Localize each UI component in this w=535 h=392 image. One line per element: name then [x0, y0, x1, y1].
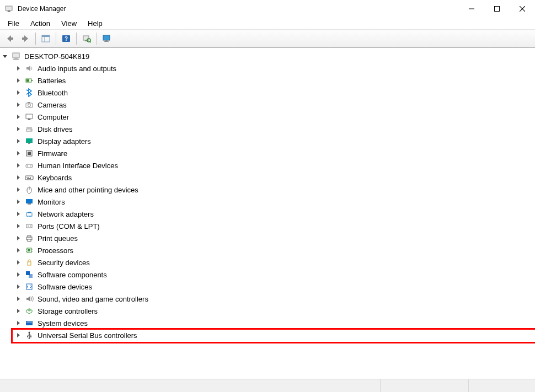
svg-rect-12 [83, 36, 89, 40]
tree-category-label: Mice and other pointing devices [36, 185, 140, 195]
expand-toggle[interactable] [14, 77, 22, 84]
expand-toggle[interactable] [14, 295, 22, 303]
tree-root-label: DESKTOP-504K819 [23, 52, 90, 61]
sw-dev-icon [24, 282, 34, 292]
tree-category[interactable]: Network adapters [14, 208, 535, 220]
bluetooth-icon [24, 88, 34, 98]
expand-toggle[interactable] [14, 319, 22, 327]
tree-category[interactable]: Monitors [14, 196, 535, 208]
system-icon [24, 318, 34, 328]
nav-back-button[interactable] [3, 32, 17, 45]
tree-root-node[interactable]: DESKTOP-504K819 [1, 50, 535, 62]
nav-forward-button[interactable] [19, 32, 32, 45]
tree-category[interactable]: Batteries [14, 74, 535, 87]
tree-category-label: Network adapters [36, 210, 95, 219]
svg-line-15 [90, 41, 91, 42]
maximize-button[interactable] [484, 0, 510, 18]
expand-toggle[interactable] [14, 162, 22, 169]
expand-toggle[interactable] [14, 125, 22, 133]
tree-category[interactable]: Human Interface Devices [14, 159, 535, 171]
tree-category-label: Audio inputs and outputs [36, 64, 117, 73]
printer-icon [24, 233, 34, 243]
tree-category[interactable]: Sound, video and game controllers [14, 293, 535, 305]
expand-toggle[interactable] [14, 234, 22, 242]
tree-category[interactable]: Security devices [14, 256, 535, 269]
expand-toggle[interactable] [14, 149, 22, 157]
tree-category[interactable]: Software devices [14, 281, 535, 293]
device-tree[interactable]: DESKTOP-504K819 Audio inputs and outputs… [0, 47, 535, 379]
expand-toggle[interactable] [1, 52, 9, 60]
expand-toggle[interactable] [14, 65, 22, 72]
tree-category[interactable]: Firmware [14, 147, 535, 159]
svg-rect-16 [103, 35, 110, 40]
expand-toggle[interactable] [14, 113, 22, 121]
menu-file[interactable]: File [2, 18, 25, 29]
close-button[interactable] [510, 0, 535, 18]
expand-toggle[interactable] [14, 137, 22, 145]
tree-category[interactable]: Processors [14, 244, 535, 256]
tree-category[interactable]: Audio inputs and outputs [14, 62, 535, 74]
menu-action[interactable]: Action [25, 18, 56, 29]
tree-category-label: Batteries [36, 76, 67, 85]
expand-toggle[interactable] [14, 246, 22, 254]
tree-category-label: Processors [36, 246, 74, 255]
tree-category[interactable]: Software components [14, 269, 535, 281]
status-bar [0, 379, 535, 392]
expand-toggle[interactable] [14, 307, 22, 315]
sound-icon [24, 294, 34, 304]
expand-toggle[interactable] [14, 174, 22, 181]
tree-category[interactable]: Bluetooth [14, 87, 535, 99]
tree-category[interactable]: Storage controllers [14, 305, 535, 317]
tree-category[interactable]: Computer [14, 111, 535, 123]
tree-category-label: Software devices [36, 282, 93, 292]
tree-category-label: Display adapters [36, 137, 92, 146]
svg-rect-1 [8, 10, 10, 12]
expand-toggle[interactable] [14, 186, 22, 194]
svg-rect-18 [104, 41, 109, 42]
tree-category-label: Ports (COM & LPT) [36, 222, 101, 231]
tree-category-label: Sound, video and game controllers [36, 294, 149, 304]
svg-rect-2 [7, 12, 11, 12]
svg-rect-17 [105, 40, 108, 41]
expand-toggle[interactable] [14, 331, 22, 339]
audio-icon [24, 63, 34, 73]
menu-view[interactable]: View [56, 18, 82, 29]
disk-icon [24, 124, 34, 134]
tree-category[interactable]: Universal Serial Bus controllers [14, 329, 535, 341]
tree-category[interactable]: Print queues [14, 232, 535, 244]
tree-category[interactable]: System devices [14, 317, 535, 329]
hid-icon [24, 160, 34, 170]
svg-rect-19 [13, 53, 19, 58]
monitor-button[interactable] [100, 32, 114, 45]
menu-help[interactable]: Help [82, 18, 108, 29]
svg-text:?: ? [65, 36, 68, 42]
svg-rect-4 [495, 7, 500, 12]
expand-toggle[interactable] [14, 101, 22, 109]
expand-toggle[interactable] [14, 198, 22, 206]
port-icon [24, 221, 34, 231]
tree-category[interactable]: Cameras [14, 99, 535, 111]
camera-icon [24, 100, 34, 110]
expand-toggle[interactable] [14, 210, 22, 218]
expand-toggle[interactable] [14, 283, 22, 291]
firmware-icon [24, 148, 34, 158]
tree-category[interactable]: Disk drives [14, 123, 535, 135]
tree-category[interactable]: Ports (COM & LPT) [14, 220, 535, 232]
tree-category[interactable]: Keyboards [14, 171, 535, 184]
tree-category-label: Firmware [36, 149, 68, 158]
expand-toggle[interactable] [14, 89, 22, 96]
show-hide-tree-button[interactable] [39, 32, 52, 45]
minimize-button[interactable] [459, 0, 484, 18]
security-icon [24, 257, 34, 267]
expand-toggle[interactable] [14, 271, 22, 278]
tree-category-label: Disk drives [36, 125, 74, 134]
monitor-icon [24, 197, 34, 207]
tree-category[interactable]: Display adapters [14, 135, 535, 147]
expand-toggle[interactable] [14, 259, 22, 266]
help-button[interactable]: ? [60, 32, 73, 45]
scan-hardware-button[interactable] [80, 32, 93, 45]
expand-toggle[interactable] [14, 222, 22, 230]
tree-category[interactable]: Mice and other pointing devices [14, 184, 535, 196]
tree-category-label: Storage controllers [36, 307, 99, 316]
tree-category-label: Software components [36, 270, 108, 280]
